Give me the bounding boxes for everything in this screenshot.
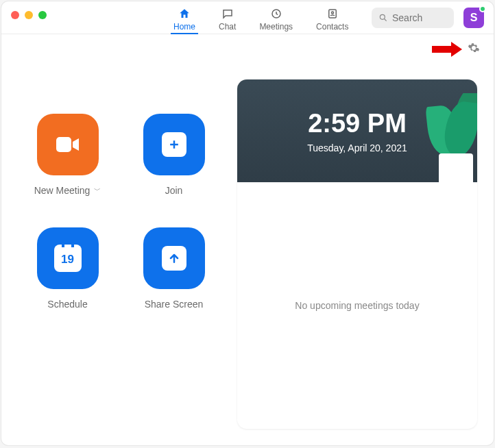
annotation-arrow bbox=[432, 43, 462, 55]
close-window-button[interactable] bbox=[11, 11, 19, 19]
action-label: Schedule bbox=[47, 299, 87, 310]
share-arrow-icon bbox=[162, 246, 186, 271]
search-input[interactable] bbox=[392, 12, 447, 23]
schedule-button[interactable]: 19 bbox=[37, 227, 99, 289]
fullscreen-window-button[interactable] bbox=[38, 11, 47, 19]
upcoming-panel: 2:59 PM Tuesday, April 20, 2021 No upcom… bbox=[237, 79, 477, 429]
tab-meetings[interactable]: Meetings bbox=[259, 1, 293, 34]
plant-illustration bbox=[415, 93, 477, 182]
action-label: New Meeting bbox=[34, 185, 90, 196]
tab-label: Meetings bbox=[259, 22, 293, 32]
calendar-day: 19 bbox=[61, 253, 74, 266]
svg-point-2 bbox=[331, 12, 333, 14]
calendar-icon: 19 bbox=[54, 245, 82, 272]
action-label: Share Screen bbox=[145, 299, 204, 310]
action-new-meeting: New Meeting ﹀ bbox=[18, 114, 117, 196]
clock-hero: 2:59 PM Tuesday, April 20, 2021 bbox=[237, 79, 477, 182]
action-join: Join bbox=[124, 114, 224, 196]
settings-button[interactable] bbox=[468, 42, 480, 57]
tab-label: Contacts bbox=[316, 22, 348, 32]
svg-rect-4 bbox=[56, 137, 71, 152]
current-date: Tuesday, April 20, 2021 bbox=[307, 142, 407, 153]
right-panel-wrap: 2:59 PM Tuesday, April 20, 2021 No upcom… bbox=[237, 59, 477, 429]
actions-grid: New Meeting ﹀ Join 19 bbox=[18, 59, 224, 429]
contacts-icon bbox=[326, 8, 339, 20]
app-window: Home Chat Meetings Contacts bbox=[1, 1, 494, 445]
empty-state: No upcoming meetings today bbox=[237, 182, 477, 429]
tab-contacts[interactable]: Contacts bbox=[316, 1, 348, 34]
main-content: New Meeting ﹀ Join 19 bbox=[1, 59, 494, 445]
titlebar: Home Chat Meetings Contacts bbox=[1, 1, 494, 34]
tab-label: Chat bbox=[219, 22, 236, 32]
empty-text: No upcoming meetings today bbox=[295, 300, 419, 311]
plus-icon bbox=[162, 132, 186, 157]
join-button[interactable] bbox=[143, 114, 205, 175]
action-schedule: 19 Schedule bbox=[18, 227, 117, 310]
gear-icon bbox=[468, 42, 480, 54]
action-share-screen: Share Screen bbox=[124, 227, 224, 310]
toolbar bbox=[1, 34, 494, 59]
home-icon bbox=[178, 8, 191, 20]
avatar-initial: S bbox=[470, 12, 478, 24]
svg-point-3 bbox=[380, 14, 385, 19]
chevron-down-icon: ﹀ bbox=[94, 186, 101, 195]
presence-indicator bbox=[479, 5, 486, 12]
action-label: Join bbox=[165, 185, 183, 196]
search-icon bbox=[378, 13, 388, 23]
clock-icon bbox=[270, 8, 282, 20]
tab-label: Home bbox=[173, 22, 195, 32]
search-box[interactable] bbox=[372, 8, 454, 28]
avatar[interactable]: S bbox=[463, 8, 484, 28]
tab-chat[interactable]: Chat bbox=[219, 1, 236, 34]
share-screen-button[interactable] bbox=[143, 227, 205, 289]
window-controls bbox=[11, 11, 47, 19]
new-meeting-button[interactable] bbox=[37, 114, 99, 175]
top-nav: Home Chat Meetings Contacts bbox=[173, 1, 348, 34]
tab-home[interactable]: Home bbox=[173, 1, 195, 34]
chat-icon bbox=[221, 8, 234, 20]
new-meeting-label-row[interactable]: New Meeting ﹀ bbox=[34, 185, 101, 196]
minimize-window-button[interactable] bbox=[25, 11, 33, 19]
video-icon bbox=[54, 134, 82, 155]
current-time: 2:59 PM bbox=[308, 109, 407, 138]
